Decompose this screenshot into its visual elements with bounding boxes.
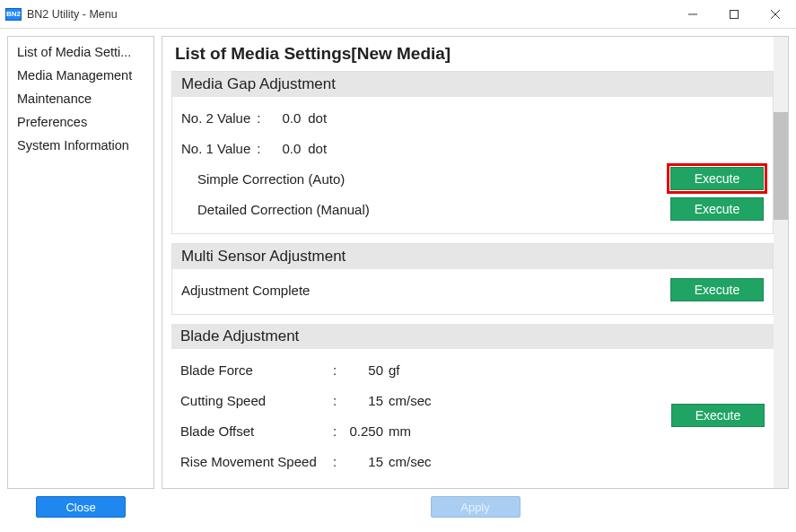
- execute-detailed-correction-button[interactable]: Execute: [670, 197, 764, 221]
- rise-speed-unit: cm/sec: [389, 454, 432, 469]
- row-multi-sensor-status: Adjustment Complete Execute: [181, 275, 764, 305]
- content-scroll: List of Media Settings[New Media] Media …: [162, 37, 788, 488]
- colon: :: [333, 393, 344, 408]
- blade-force-unit: gf: [389, 362, 400, 378]
- svg-rect-1: [730, 10, 739, 18]
- cutting-speed-value: 15: [344, 393, 389, 408]
- section-header-media-gap: Media Gap Adjustment: [172, 72, 773, 97]
- page-title: List of Media Settings[New Media]: [171, 42, 774, 71]
- sidebar: List of Media Setti... Media Management …: [7, 36, 154, 489]
- colon: :: [333, 423, 344, 439]
- section-header-blade: Blade Adjustment: [171, 324, 774, 349]
- minimize-button[interactable]: [672, 0, 713, 29]
- blade-offset-label: Blade Offset: [180, 423, 333, 439]
- execute-multi-sensor-button[interactable]: Execute: [670, 278, 764, 301]
- simple-correction-label: Simple Correction (Auto): [197, 171, 345, 187]
- row-simple-correction: Simple Correction (Auto) Execute: [181, 163, 764, 194]
- section-multi-sensor: Multi Sensor Adjustment Adjustment Compl…: [171, 243, 774, 315]
- maximize-button[interactable]: [713, 0, 755, 29]
- window-controls: [672, 0, 796, 29]
- colon: :: [333, 454, 344, 469]
- no1-value: 0.0: [267, 141, 306, 156]
- section-blade: Blade Adjustment Blade Force : 50 gf Cut…: [171, 324, 774, 485]
- blade-force-label: Blade Force: [180, 362, 333, 378]
- sidebar-item-system-information[interactable]: System Information: [8, 134, 153, 157]
- section-header-multi-sensor: Multi Sensor Adjustment: [172, 244, 773, 269]
- content-panel: List of Media Settings[New Media] Media …: [162, 36, 789, 489]
- row-no1-value: No. 1 Value : 0.0 dot: [181, 133, 764, 163]
- no1-label: No. 1 Value: [181, 141, 250, 156]
- sidebar-item-maintenance[interactable]: Maintenance: [8, 87, 153, 110]
- row-cutting-speed: Cutting Speed : 15 cm/sec: [180, 385, 657, 415]
- execute-simple-correction-button[interactable]: Execute: [670, 167, 764, 190]
- execute-blade-button[interactable]: Execute: [671, 404, 765, 427]
- row-blade-force: Blade Force : 50 gf: [180, 354, 657, 385]
- no2-unit: dot: [306, 110, 327, 126]
- close-window-button[interactable]: [755, 0, 796, 29]
- no2-label: No. 2 Value: [181, 110, 250, 126]
- blade-offset-value: 0.250: [344, 423, 389, 439]
- no1-unit: dot: [306, 141, 327, 156]
- close-button[interactable]: Close: [36, 496, 126, 518]
- multi-sensor-status: Adjustment Complete: [181, 283, 310, 298]
- apply-button[interactable]: Apply: [431, 496, 520, 518]
- colon: :: [250, 110, 267, 126]
- cutting-speed-label: Cutting Speed: [180, 393, 333, 408]
- footer: Close Apply: [0, 496, 796, 525]
- row-no2-value: No. 2 Value : 0.0 dot: [181, 102, 764, 133]
- main-area: List of Media Setti... Media Management …: [0, 29, 796, 496]
- rise-speed-label: Rise Movement Speed: [180, 454, 333, 469]
- rise-speed-value: 15: [344, 454, 389, 469]
- titlebar: BN2 BN2 Utility - Menu: [0, 0, 796, 29]
- window-title: BN2 Utility - Menu: [27, 8, 118, 21]
- detailed-correction-label: Detailed Correction (Manual): [197, 202, 370, 217]
- blade-offset-unit: mm: [389, 423, 411, 439]
- blade-force-value: 50: [344, 362, 389, 378]
- colon: :: [333, 362, 344, 378]
- scrollbar-thumb[interactable]: [774, 112, 788, 220]
- sidebar-item-preferences[interactable]: Preferences: [8, 110, 153, 134]
- row-detailed-correction: Detailed Correction (Manual) Execute: [181, 194, 764, 224]
- row-blade-offset: Blade Offset : 0.250 mm: [180, 415, 657, 446]
- no2-value: 0.0: [267, 110, 306, 126]
- sidebar-item-media-management[interactable]: Media Management: [8, 64, 153, 87]
- sidebar-item-media-settings[interactable]: List of Media Setti...: [8, 40, 153, 64]
- cutting-speed-unit: cm/sec: [389, 393, 432, 408]
- section-media-gap: Media Gap Adjustment No. 2 Value : 0.0 d…: [171, 71, 774, 234]
- colon: :: [250, 141, 267, 156]
- scrollbar-track[interactable]: [774, 37, 788, 488]
- app-icon: BN2: [5, 8, 22, 21]
- row-rise-speed: Rise Movement Speed : 15 cm/sec: [180, 446, 657, 476]
